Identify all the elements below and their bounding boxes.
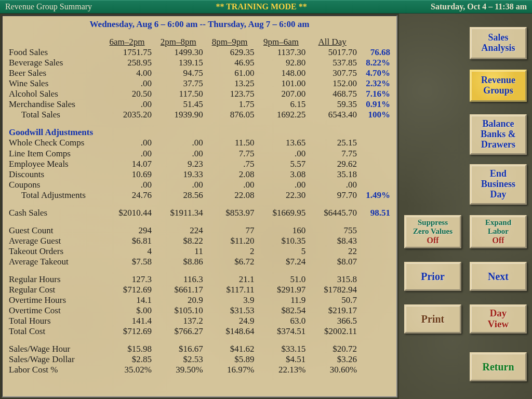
- cell: $117.11: [204, 285, 256, 295]
- cell: 30.60%: [307, 365, 358, 375]
- cell: $16.67: [153, 344, 204, 354]
- percent-cell: 7.16%: [358, 89, 391, 99]
- cell: 11.50: [204, 138, 256, 148]
- row-label: Beer Sales: [8, 68, 101, 78]
- percent-cell: [358, 236, 391, 246]
- cell: $8.43: [307, 236, 358, 246]
- cell: $4.51: [256, 354, 307, 365]
- expand-labor-toggle[interactable]: ExpandLabor Off: [470, 215, 527, 248]
- table-row: Beverage Sales258.95139.1546.9592.80537.…: [8, 58, 391, 68]
- cell: 37.75: [153, 78, 204, 89]
- cell: .00: [101, 180, 153, 190]
- cell: .00: [101, 99, 153, 110]
- percent-cell: [358, 326, 391, 337]
- cell: $2002.11: [307, 326, 358, 337]
- cell: 77: [204, 225, 256, 236]
- cell: $6.72: [204, 257, 256, 267]
- cell: 50.7: [307, 295, 358, 305]
- next-button[interactable]: Next: [470, 262, 527, 291]
- row-label: Overtime Cost: [8, 305, 101, 316]
- table-row: Sales/Wage Hour$15.98$16.67$41.62$33.15$…: [8, 344, 391, 354]
- cell: .00: [256, 180, 307, 190]
- print-button[interactable]: Print: [404, 304, 461, 334]
- percent-cell: 76.68: [358, 47, 391, 58]
- cell: 152.00: [307, 78, 358, 89]
- row-label: Discounts: [8, 169, 101, 180]
- percent-cell: 8.22%: [358, 58, 391, 68]
- cell: 10.69: [101, 169, 153, 180]
- cell: 25.15: [307, 138, 358, 148]
- row-label: Food Sales: [8, 47, 101, 58]
- cell: $8.07: [307, 257, 358, 267]
- cell: $712.69: [101, 326, 153, 337]
- cell: $2.53: [153, 354, 204, 365]
- cell: 468.75: [307, 89, 358, 99]
- col-header: 9pm–6am: [256, 37, 307, 47]
- table-row: Discounts10.6919.332.083.0835.18: [8, 169, 391, 180]
- row-label: Average Takeout: [8, 257, 101, 267]
- cell: 63.0: [256, 316, 307, 326]
- return-button[interactable]: Return: [470, 352, 527, 381]
- cell: 35.02%: [101, 365, 153, 375]
- table-row: Total Sales2035.201939.90876.051692.2565…: [8, 110, 391, 120]
- cell: 13.25: [204, 78, 256, 89]
- cell: $766.27: [153, 326, 204, 337]
- cell: 1.75: [204, 99, 256, 110]
- cell: 7.75: [204, 149, 256, 159]
- cell: $10.35: [256, 236, 307, 246]
- percent-cell: 0.91%: [358, 99, 391, 110]
- report-panel: Wednesday, Aug 6 – 6:00 am -- Thursday, …: [2, 15, 397, 397]
- table-row: Whole Check Comps.00.0011.5013.6525.15: [8, 138, 391, 148]
- percent-cell: 1.49%: [358, 190, 391, 201]
- row-label: Beverage Sales: [8, 58, 101, 68]
- row-label: Employee Meals: [8, 159, 101, 169]
- table-row: Guest Count29422477160755: [8, 225, 391, 236]
- day-view-button[interactable]: DayView: [470, 304, 527, 334]
- cell: 755: [307, 225, 358, 236]
- cell: .00: [153, 180, 204, 190]
- cell: 537.85: [307, 58, 358, 68]
- title-bar: Revenue Group Summary ** TRAINING MODE *…: [0, 0, 532, 14]
- percent-cell: [358, 365, 391, 375]
- suppress-zero-values-toggle[interactable]: SuppressZero Values Off: [404, 215, 461, 248]
- row-label: Whole Check Comps: [8, 138, 101, 148]
- cell: 6543.40: [307, 110, 358, 120]
- cell: $1911.34: [153, 208, 204, 218]
- cell: $8.86: [153, 257, 204, 267]
- prior-button[interactable]: Prior: [404, 262, 461, 291]
- row-label: Average Guest: [8, 236, 101, 246]
- percent-cell: [358, 257, 391, 267]
- table-row: Total Cost$712.69$766.27$148.64$374.51$2…: [8, 326, 391, 337]
- cell: 5017.70: [307, 47, 358, 58]
- cell: 51.0: [256, 274, 307, 285]
- section-header: Goodwill Adjustments: [8, 127, 391, 138]
- cell: $1669.95: [256, 208, 307, 218]
- cell: 24.76: [101, 190, 153, 201]
- row-label: Line Item Comps: [8, 149, 101, 159]
- row-label: Guest Count: [8, 225, 101, 236]
- revenue-groups-button[interactable]: RevenueGroups: [470, 70, 527, 102]
- balance-banks-drawers-button[interactable]: BalanceBanks &Drawers: [470, 114, 527, 155]
- percent-cell: [358, 295, 391, 305]
- table-row: Food Sales1751.751499.30629.351137.30501…: [8, 47, 391, 58]
- percent-cell: [358, 138, 391, 148]
- cell: 5: [256, 246, 307, 257]
- cell: 127.3: [101, 274, 153, 285]
- table-row: Line Item Comps.00.007.75.007.75: [8, 149, 391, 159]
- sales-analysis-button[interactable]: SalesAnalysis: [470, 27, 527, 59]
- percent-cell: [358, 169, 391, 180]
- cell: 307.75: [307, 68, 358, 78]
- cell: 160: [256, 225, 307, 236]
- cell: 22.13%: [256, 365, 307, 375]
- cell: $2010.44: [101, 208, 153, 218]
- cell: 3.08: [256, 169, 307, 180]
- cell: .00: [153, 149, 204, 159]
- percent-cell: [358, 159, 391, 169]
- percent-cell: [358, 225, 391, 236]
- report-table: 6am–2pm 2pm–8pm 8pm–9pm 9pm–6am All Day …: [8, 37, 391, 375]
- end-business-day-button[interactable]: EndBusinessDay: [470, 164, 527, 205]
- table-row: Coupons.00.00.00.00.00: [8, 180, 391, 190]
- cell: .00: [204, 180, 256, 190]
- cell: $7.24: [256, 257, 307, 267]
- cell: 876.05: [204, 110, 256, 120]
